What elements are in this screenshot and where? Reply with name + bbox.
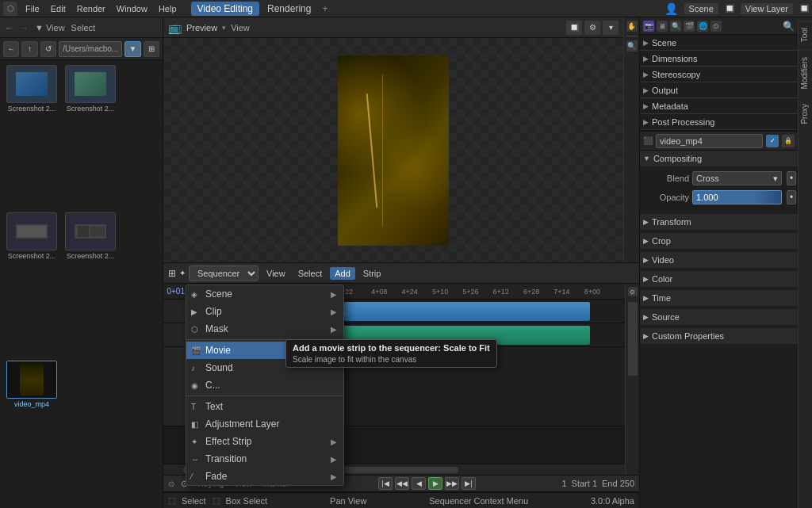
menu-edit[interactable]: Edit	[46, 2, 71, 15]
rp-world-icon[interactable]: 🌐	[697, 21, 708, 32]
color-section: ▶ Color	[640, 271, 798, 287]
arrow-icon: ▶	[331, 455, 337, 464]
rp-render-icon[interactable]: 📷	[643, 21, 654, 32]
up-btn[interactable]: ↑	[21, 41, 37, 57]
output-section[interactable]: ▶ Output	[640, 82, 798, 98]
preview-dropdown[interactable]: ▾	[222, 24, 226, 32]
menu-window[interactable]: Window	[112, 2, 152, 15]
stereoscopy-section[interactable]: ▶ Stereoscopy	[640, 67, 798, 82]
video-header[interactable]: ▶ Video	[640, 252, 798, 268]
reload-btn[interactable]: ↺	[40, 41, 56, 57]
preview-settings[interactable]: ⚙	[584, 21, 600, 35]
scene-label[interactable]: Scene	[684, 3, 718, 14]
menu-file[interactable]: File	[21, 2, 44, 15]
box-select-icon: ⬚	[213, 496, 220, 505]
sidebar-hand-tool[interactable]: ✋	[626, 21, 638, 32]
tool-tab[interactable]: Tool	[799, 21, 812, 48]
ruler-mark: 4+08	[371, 288, 387, 296]
alpha-label: 3.0:0 Alpha	[591, 496, 634, 506]
strip-name-input[interactable]: video_mp4	[656, 134, 763, 148]
play-btn[interactable]: ▶	[428, 477, 442, 490]
menu-mask[interactable]: ⬡ Mask ▶	[186, 320, 343, 338]
opacity-dot[interactable]: •	[787, 190, 796, 204]
file-grid: Screenshot 2... Screenshot 2...	[0, 60, 163, 508]
menu-c[interactable]: ◉ C...	[186, 376, 343, 394]
strip-lock-btn[interactable]: 🔒	[782, 135, 795, 147]
seq-select[interactable]: Select	[293, 267, 327, 280]
next-btn[interactable]: ▶▶	[445, 477, 459, 490]
compositing-section: ▼ Compositing Blend Cross ▾ •	[640, 151, 798, 211]
file-item[interactable]: Screenshot 2...	[63, 212, 117, 355]
file-thumbnail-selected	[6, 361, 57, 399]
filter-btn[interactable]: ▼	[124, 41, 140, 57]
menu-text[interactable]: T Text	[186, 398, 343, 415]
blend-dropdown[interactable]: Cross ▾	[692, 171, 782, 185]
seq-view[interactable]: View	[262, 267, 290, 280]
menu-help[interactable]: Help	[154, 2, 182, 15]
sidebar-zoom-tool[interactable]: 🔍	[626, 40, 638, 52]
menu-fade[interactable]: ∕ Fade ▶	[186, 468, 343, 485]
menu-scene[interactable]: ◈ Scene ▶	[186, 285, 343, 303]
back-btn[interactable]: ←	[3, 41, 19, 57]
source-header[interactable]: ▶ Source	[640, 309, 798, 325]
sequencer-dropdown[interactable]: Sequencer	[189, 265, 259, 281]
tooltip-title: Add a movie strip to the sequencer: Scal…	[293, 343, 490, 353]
tab-video-editing[interactable]: Video Editing	[191, 2, 260, 16]
movie-tooltip: Add a movie strip to the sequencer: Scal…	[285, 339, 497, 368]
seq-add[interactable]: Add	[330, 267, 355, 280]
strip-pin-btn[interactable]: ✓	[766, 135, 779, 147]
file-item[interactable]: Screenshot 2...	[5, 65, 59, 208]
menu-render[interactable]: Render	[72, 2, 110, 15]
path-input[interactable]: /Users/macbo...	[59, 41, 122, 57]
file-item[interactable]: Screenshot 2...	[5, 212, 59, 355]
jump-start-btn[interactable]: |◀	[378, 477, 393, 490]
tab-rendering[interactable]: Rendering	[261, 2, 317, 16]
opacity-input[interactable]: 1.000	[692, 190, 782, 204]
blend-row: Blend Cross ▾ •	[642, 170, 796, 187]
blend-dot[interactable]: •	[787, 171, 796, 185]
view-layer-label[interactable]: View Layer	[741, 3, 793, 14]
view-label[interactable]: View	[231, 23, 250, 32]
crop-label: Crop	[652, 236, 671, 246]
preview-menu[interactable]: ▾	[603, 21, 619, 35]
expand-arrow: ▶	[643, 218, 649, 226]
rp-object-icon[interactable]: ⊙	[710, 21, 722, 32]
rp-search[interactable]: 🔍	[783, 21, 795, 32]
menu-clip[interactable]: ▶ Clip ▶	[186, 303, 343, 320]
menu-adjustment[interactable]: ◧ Adjustment Layer	[186, 415, 343, 433]
prev-frame-btn[interactable]: ◀◀	[395, 477, 409, 490]
transform-header[interactable]: ▶ Transform	[640, 214, 798, 230]
section-arrow: ▶	[643, 102, 649, 110]
menu-transition[interactable]: ↔ Transition ▶	[186, 450, 343, 468]
prev-btn[interactable]: ◀	[412, 477, 426, 490]
file-item[interactable]: Screenshot 2...	[63, 65, 117, 208]
proxy-tab[interactable]: Proxy	[799, 97, 812, 131]
modifiers-tab[interactable]: Modifiers	[799, 50, 812, 96]
tab-add[interactable]: +	[319, 2, 331, 16]
crop-header[interactable]: ▶ Crop	[640, 233, 798, 249]
custom-props-label: Custom Properties	[652, 331, 724, 341]
scene-section[interactable]: ▶ Scene	[640, 35, 798, 51]
rp-scene-icon[interactable]: 🎬	[684, 21, 695, 32]
rp-view-icon[interactable]: 🔍	[670, 21, 681, 32]
metadata-section[interactable]: ▶ Metadata	[640, 98, 798, 114]
preview-zoom[interactable]: 🔲	[566, 21, 582, 35]
nav-back[interactable]: ←	[5, 23, 13, 32]
file-item-selected[interactable]: video_mp4	[5, 361, 59, 503]
seq-sidebar-btn1[interactable]: ⊙	[628, 287, 638, 296]
video-section: ▶ Video	[640, 252, 798, 268]
menu-effect-strip[interactable]: ✦ Effect Strip ▶	[186, 433, 343, 450]
custom-props-header[interactable]: ▶ Custom Properties	[640, 328, 798, 344]
post-processing-section[interactable]: ▶ Post Processing	[640, 114, 798, 130]
select-menu[interactable]: Select	[71, 23, 96, 32]
rp-output-icon[interactable]: 🖥	[657, 21, 668, 32]
v-scrollbar-thumb[interactable]	[628, 302, 638, 376]
time-header[interactable]: ▶ Time	[640, 290, 798, 306]
seq-strip[interactable]: Strip	[358, 267, 386, 280]
jump-end-btn[interactable]: ▶|	[462, 477, 476, 490]
dimensions-section[interactable]: ▶ Dimensions	[640, 51, 798, 67]
color-header[interactable]: ▶ Color	[640, 271, 798, 287]
compositing-header[interactable]: ▼ Compositing	[640, 151, 798, 166]
view-toggle[interactable]: ⊞	[144, 41, 159, 57]
file-thumbnail	[6, 212, 57, 250]
